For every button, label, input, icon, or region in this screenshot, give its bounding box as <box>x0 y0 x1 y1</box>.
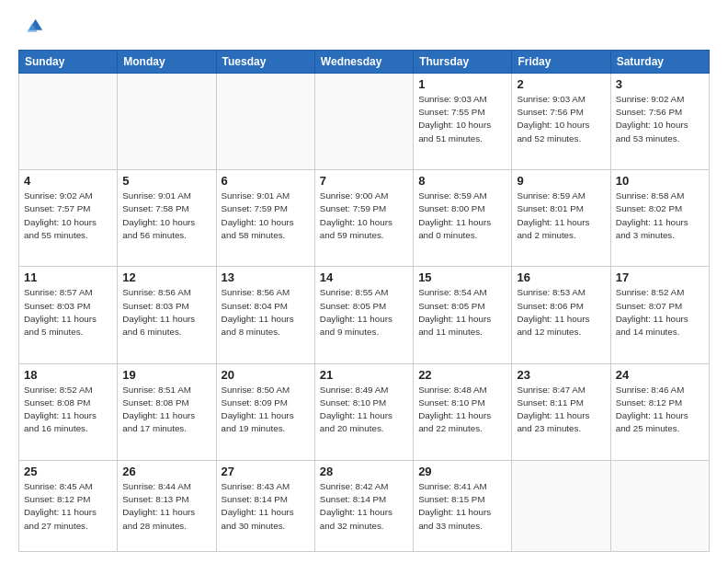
weekday-header: Monday <box>118 51 216 74</box>
day-info: Sunrise: 8:46 AM Sunset: 8:12 PM Dayligh… <box>616 384 704 436</box>
day-number: 14 <box>320 270 408 284</box>
calendar-cell: 22Sunrise: 8:48 AM Sunset: 8:10 PM Dayli… <box>414 363 512 460</box>
calendar-cell: 25Sunrise: 8:45 AM Sunset: 8:12 PM Dayli… <box>19 460 118 551</box>
day-info: Sunrise: 8:52 AM Sunset: 8:07 PM Dayligh… <box>616 286 704 339</box>
day-info: Sunrise: 8:47 AM Sunset: 8:11 PM Dayligh… <box>517 384 605 436</box>
day-info: Sunrise: 8:49 AM Sunset: 8:10 PM Dayligh… <box>320 384 408 436</box>
day-number: 8 <box>418 174 506 188</box>
day-number: 17 <box>616 270 704 284</box>
weekday-header: Sunday <box>19 51 118 74</box>
calendar-cell: 1Sunrise: 9:03 AM Sunset: 7:55 PM Daylig… <box>414 74 512 170</box>
calendar-table: SundayMondayTuesdayWednesdayThursdayFrid… <box>18 50 710 552</box>
day-number: 28 <box>320 465 408 478</box>
calendar-cell: 4Sunrise: 9:02 AM Sunset: 7:57 PM Daylig… <box>19 170 118 267</box>
weekday-header: Saturday <box>610 51 709 74</box>
day-info: Sunrise: 9:02 AM Sunset: 7:56 PM Dayligh… <box>616 93 704 145</box>
day-info: Sunrise: 9:01 AM Sunset: 7:59 PM Dayligh… <box>222 190 310 242</box>
day-info: Sunrise: 8:43 AM Sunset: 8:14 PM Dayligh… <box>222 480 310 533</box>
weekday-header-row: SundayMondayTuesdayWednesdayThursdayFrid… <box>19 51 710 74</box>
calendar-cell <box>314 74 413 170</box>
calendar-cell: 11Sunrise: 8:57 AM Sunset: 8:03 PM Dayli… <box>19 267 118 363</box>
calendar-cell <box>610 460 709 551</box>
calendar-week-row: 11Sunrise: 8:57 AM Sunset: 8:03 PM Dayli… <box>19 267 710 363</box>
day-number: 15 <box>418 270 506 284</box>
weekday-header: Friday <box>512 51 610 74</box>
day-info: Sunrise: 9:01 AM Sunset: 7:58 PM Dayligh… <box>122 190 210 242</box>
calendar-cell: 18Sunrise: 8:52 AM Sunset: 8:08 PM Dayli… <box>19 363 118 460</box>
day-info: Sunrise: 8:56 AM Sunset: 8:04 PM Dayligh… <box>222 286 310 339</box>
logo-icon <box>18 15 44 40</box>
calendar-cell: 19Sunrise: 8:51 AM Sunset: 8:08 PM Dayli… <box>118 363 216 460</box>
day-info: Sunrise: 8:45 AM Sunset: 8:12 PM Dayligh… <box>24 480 112 533</box>
calendar-cell: 15Sunrise: 8:54 AM Sunset: 8:05 PM Dayli… <box>414 267 512 363</box>
day-number: 26 <box>122 465 210 478</box>
day-info: Sunrise: 9:00 AM Sunset: 7:59 PM Dayligh… <box>320 190 408 242</box>
day-info: Sunrise: 8:42 AM Sunset: 8:14 PM Dayligh… <box>320 480 408 533</box>
day-info: Sunrise: 8:44 AM Sunset: 8:13 PM Dayligh… <box>122 480 210 533</box>
calendar-cell: 10Sunrise: 8:58 AM Sunset: 8:02 PM Dayli… <box>610 170 709 267</box>
day-number: 19 <box>122 368 210 382</box>
calendar-cell: 29Sunrise: 8:41 AM Sunset: 8:15 PM Dayli… <box>414 460 512 551</box>
day-number: 21 <box>320 368 408 382</box>
header <box>18 15 710 40</box>
day-number: 11 <box>24 270 112 284</box>
calendar-cell: 14Sunrise: 8:55 AM Sunset: 8:05 PM Dayli… <box>314 267 413 363</box>
day-info: Sunrise: 8:51 AM Sunset: 8:08 PM Dayligh… <box>122 384 210 436</box>
logo <box>18 15 48 40</box>
day-info: Sunrise: 8:52 AM Sunset: 8:08 PM Dayligh… <box>24 384 112 436</box>
calendar-cell: 20Sunrise: 8:50 AM Sunset: 8:09 PM Dayli… <box>216 363 314 460</box>
calendar-cell: 24Sunrise: 8:46 AM Sunset: 8:12 PM Dayli… <box>610 363 709 460</box>
day-number: 2 <box>517 77 605 91</box>
day-number: 22 <box>418 368 506 382</box>
calendar-cell: 26Sunrise: 8:44 AM Sunset: 8:13 PM Dayli… <box>118 460 216 551</box>
calendar-cell: 17Sunrise: 8:52 AM Sunset: 8:07 PM Dayli… <box>610 267 709 363</box>
calendar-cell: 12Sunrise: 8:56 AM Sunset: 8:03 PM Dayli… <box>118 267 216 363</box>
day-number: 25 <box>24 465 112 478</box>
day-info: Sunrise: 8:41 AM Sunset: 8:15 PM Dayligh… <box>418 480 506 533</box>
weekday-header: Thursday <box>414 51 512 74</box>
calendar-cell: 2Sunrise: 9:03 AM Sunset: 7:56 PM Daylig… <box>512 74 610 170</box>
day-number: 9 <box>517 174 605 188</box>
calendar-week-row: 1Sunrise: 9:03 AM Sunset: 7:55 PM Daylig… <box>19 74 710 170</box>
calendar-cell <box>216 74 314 170</box>
day-info: Sunrise: 8:54 AM Sunset: 8:05 PM Dayligh… <box>418 286 506 339</box>
day-number: 12 <box>122 270 210 284</box>
calendar-week-row: 18Sunrise: 8:52 AM Sunset: 8:08 PM Dayli… <box>19 363 710 460</box>
day-info: Sunrise: 9:03 AM Sunset: 7:55 PM Dayligh… <box>418 93 506 145</box>
day-info: Sunrise: 8:59 AM Sunset: 8:01 PM Dayligh… <box>517 190 605 242</box>
day-info: Sunrise: 8:59 AM Sunset: 8:00 PM Dayligh… <box>418 190 506 242</box>
day-info: Sunrise: 8:56 AM Sunset: 8:03 PM Dayligh… <box>122 286 210 339</box>
day-info: Sunrise: 8:53 AM Sunset: 8:06 PM Dayligh… <box>517 286 605 339</box>
day-number: 10 <box>616 174 704 188</box>
day-number: 16 <box>517 270 605 284</box>
day-number: 1 <box>418 77 506 91</box>
day-info: Sunrise: 9:03 AM Sunset: 7:56 PM Dayligh… <box>517 93 605 145</box>
calendar-week-row: 4Sunrise: 9:02 AM Sunset: 7:57 PM Daylig… <box>19 170 710 267</box>
day-number: 24 <box>616 368 704 382</box>
day-number: 3 <box>616 77 704 91</box>
day-info: Sunrise: 8:48 AM Sunset: 8:10 PM Dayligh… <box>418 384 506 436</box>
day-number: 7 <box>320 174 408 188</box>
calendar-cell: 23Sunrise: 8:47 AM Sunset: 8:11 PM Dayli… <box>512 363 610 460</box>
day-number: 18 <box>24 368 112 382</box>
day-number: 13 <box>222 270 310 284</box>
day-info: Sunrise: 8:58 AM Sunset: 8:02 PM Dayligh… <box>616 190 704 242</box>
day-number: 20 <box>222 368 310 382</box>
day-number: 23 <box>517 368 605 382</box>
calendar-cell: 9Sunrise: 8:59 AM Sunset: 8:01 PM Daylig… <box>512 170 610 267</box>
day-number: 4 <box>24 174 112 188</box>
calendar-cell <box>118 74 216 170</box>
day-info: Sunrise: 9:02 AM Sunset: 7:57 PM Dayligh… <box>24 190 112 242</box>
calendar-cell: 21Sunrise: 8:49 AM Sunset: 8:10 PM Dayli… <box>314 363 413 460</box>
day-number: 5 <box>122 174 210 188</box>
day-info: Sunrise: 8:57 AM Sunset: 8:03 PM Dayligh… <box>24 286 112 339</box>
calendar-cell: 8Sunrise: 8:59 AM Sunset: 8:00 PM Daylig… <box>414 170 512 267</box>
calendar-cell: 16Sunrise: 8:53 AM Sunset: 8:06 PM Dayli… <box>512 267 610 363</box>
calendar-cell: 7Sunrise: 9:00 AM Sunset: 7:59 PM Daylig… <box>314 170 413 267</box>
day-number: 29 <box>418 465 506 478</box>
weekday-header: Wednesday <box>314 51 413 74</box>
calendar-cell: 6Sunrise: 9:01 AM Sunset: 7:59 PM Daylig… <box>216 170 314 267</box>
calendar-cell: 3Sunrise: 9:02 AM Sunset: 7:56 PM Daylig… <box>610 74 709 170</box>
day-info: Sunrise: 8:55 AM Sunset: 8:05 PM Dayligh… <box>320 286 408 339</box>
day-number: 27 <box>222 465 310 478</box>
